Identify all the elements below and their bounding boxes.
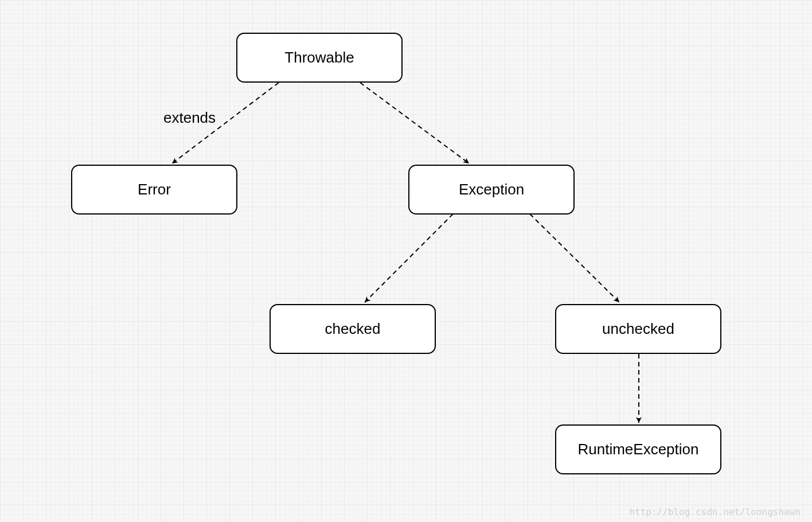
edge-extends-label: extends [163, 109, 216, 127]
node-unchecked-label: unchecked [602, 320, 674, 338]
svg-line-1 [360, 83, 469, 163]
node-error-label: Error [138, 181, 171, 198]
svg-line-2 [365, 214, 453, 302]
node-throwable: Throwable [236, 33, 403, 83]
node-runtime: RuntimeException [555, 424, 721, 474]
node-throwable-label: Throwable [284, 49, 354, 67]
node-error: Error [71, 165, 237, 215]
svg-line-3 [530, 214, 619, 302]
node-runtime-label: RuntimeException [578, 441, 699, 458]
watermark: http://blog.csdn.net/loongshawn [629, 507, 801, 517]
node-unchecked: unchecked [555, 304, 721, 354]
node-checked-label: checked [325, 320, 381, 338]
node-exception: Exception [408, 165, 575, 215]
node-exception-label: Exception [459, 181, 524, 198]
node-checked: checked [270, 304, 436, 354]
